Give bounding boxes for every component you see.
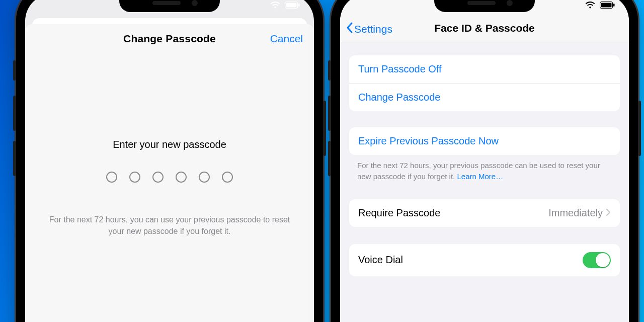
learn-more-link[interactable]: Learn More… bbox=[457, 172, 503, 181]
wifi-icon bbox=[585, 1, 596, 9]
passcode-dot bbox=[199, 172, 210, 183]
passcode-actions-group: Turn Passcode Off Change Passcode bbox=[349, 55, 620, 111]
row-value: Immediately bbox=[548, 207, 603, 219]
passcode-dots[interactable] bbox=[45, 172, 294, 183]
notch bbox=[119, 0, 220, 12]
passcode-dot bbox=[152, 172, 164, 183]
sheet-header: Change Passcode Cancel bbox=[25, 24, 314, 53]
require-passcode-row[interactable]: Require Passcode Immediately bbox=[349, 199, 620, 227]
phone-mockup-right: Settings Face ID & Passcode Turn Passcod… bbox=[331, 0, 638, 322]
status-bar bbox=[270, 1, 300, 9]
row-label: Voice Dial bbox=[358, 254, 403, 266]
passcode-dot bbox=[222, 172, 233, 183]
chevron-right-icon bbox=[606, 207, 611, 219]
voice-dial-toggle[interactable] bbox=[583, 252, 611, 268]
battery-icon bbox=[285, 2, 300, 9]
voice-dial-row: Voice Dial bbox=[349, 244, 620, 276]
row-label: Expire Previous Passcode Now bbox=[358, 135, 499, 147]
change-passcode-sheet: Change Passcode Cancel Enter your new pa… bbox=[25, 24, 314, 322]
expire-previous-passcode-button[interactable]: Expire Previous Passcode Now bbox=[349, 127, 620, 155]
cancel-button[interactable]: Cancel bbox=[270, 33, 303, 45]
svg-rect-2 bbox=[298, 4, 300, 7]
notch bbox=[434, 0, 535, 12]
phone-mockup-left: Change Passcode Cancel Enter your new pa… bbox=[16, 0, 323, 322]
turn-passcode-off-button[interactable]: Turn Passcode Off bbox=[349, 55, 620, 83]
passcode-dot bbox=[176, 172, 187, 183]
wifi-icon bbox=[270, 1, 281, 9]
voice-dial-group: Voice Dial bbox=[349, 244, 620, 276]
battery-icon bbox=[600, 2, 615, 9]
sheet-title: Change Passcode bbox=[123, 33, 216, 45]
svg-rect-4 bbox=[601, 3, 612, 8]
change-passcode-button[interactable]: Change Passcode bbox=[349, 83, 620, 111]
page-title: Face ID & Passcode bbox=[340, 22, 629, 34]
status-bar bbox=[585, 1, 615, 9]
expire-footer: For the next 72 hours, your previous pas… bbox=[349, 155, 620, 182]
passcode-dot bbox=[129, 172, 140, 183]
expire-passcode-group: Expire Previous Passcode Now bbox=[349, 127, 620, 155]
row-label: Change Passcode bbox=[358, 92, 440, 103]
svg-rect-5 bbox=[613, 4, 615, 7]
passcode-prompt: Enter your new passcode bbox=[45, 139, 294, 150]
svg-rect-1 bbox=[286, 3, 297, 8]
screen-right: Settings Face ID & Passcode Turn Passcod… bbox=[340, 0, 629, 322]
passcode-note: For the next 72 hours, you can use your … bbox=[45, 214, 294, 237]
require-passcode-group: Require Passcode Immediately bbox=[349, 199, 620, 227]
screen-left: Change Passcode Cancel Enter your new pa… bbox=[25, 0, 314, 322]
row-label: Require Passcode bbox=[358, 207, 440, 219]
row-label: Turn Passcode Off bbox=[358, 63, 442, 75]
passcode-dot bbox=[106, 172, 117, 183]
